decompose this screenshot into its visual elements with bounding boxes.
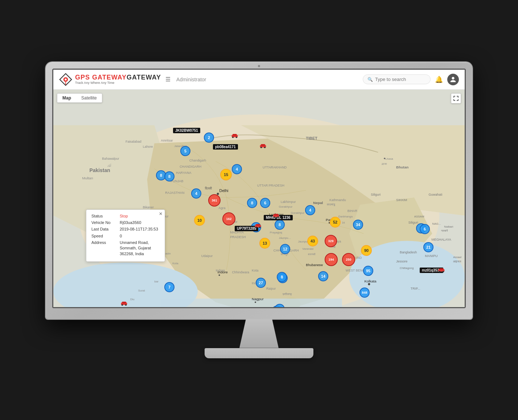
cluster-c16[interactable]: 12 <box>280 244 290 254</box>
monitor-stand-base <box>205 348 313 358</box>
monitor-stand-neck <box>237 319 281 348</box>
svg-rect-111 <box>233 134 237 136</box>
svg-text:ASSAM: ASSAM <box>414 215 424 218</box>
cluster-c33[interactable]: 21 <box>423 242 433 252</box>
svg-rect-123 <box>256 224 260 226</box>
map-container: Delhi दिल्ली Lucknow Patna Kolkata Indor… <box>53 90 465 307</box>
cluster-c30[interactable]: 848 <box>359 288 370 298</box>
svg-point-125 <box>259 227 260 228</box>
logo-gps: GPS GATEWAY <box>75 74 127 81</box>
map-background: Delhi दिल्ली Lucknow Patna Kolkata Indor… <box>53 90 465 307</box>
logo-icon <box>59 73 72 86</box>
svg-text:Lahore: Lahore <box>143 144 153 148</box>
svg-point-132 <box>122 304 123 306</box>
tab-map[interactable]: Map <box>57 94 76 102</box>
logo-gateway: GATEWAY <box>127 74 161 81</box>
admin-label: Administrator <box>176 77 206 82</box>
svg-rect-131 <box>122 302 126 303</box>
cluster-c25[interactable]: 14 <box>318 271 328 281</box>
cluster-c17[interactable]: 43 <box>307 236 318 246</box>
popup-address-row: Address Unnamed Road, Somnath, Gujarat 3… <box>91 240 160 257</box>
bell-icon[interactable]: 🔔 <box>435 76 443 83</box>
popup-speed-value: 0 <box>120 233 122 239</box>
svg-point-113 <box>236 136 237 138</box>
svg-text:SIKKIM: SIKKIM <box>396 198 407 201</box>
cluster-c7[interactable]: 361 <box>208 194 221 207</box>
tab-satellite[interactable]: Satellite <box>76 94 102 102</box>
cluster-c11[interactable]: 162 <box>222 212 235 225</box>
map-tabs: Map Satellite <box>57 93 102 103</box>
cluster-c19[interactable]: 52 <box>330 217 341 228</box>
fullscreen-button[interactable] <box>451 93 461 103</box>
svg-text:Bikaner: Bikaner <box>143 205 154 209</box>
svg-text:RAJASTHAN: RAJASTHAN <box>165 191 184 195</box>
svg-text:bar: bar <box>155 280 159 283</box>
svg-text:काठमांडू: काठमांडू <box>326 203 336 206</box>
cluster-c15[interactable]: 13 <box>259 238 270 249</box>
svg-text:Nalbari: Nalbari <box>444 225 453 228</box>
cluster-c10[interactable]: 4 <box>305 205 315 215</box>
svg-text:MANIPU: MANIPU <box>425 254 438 258</box>
cluster-c4[interactable]: 15 <box>220 169 232 180</box>
cluster-c40[interactable]: 27 <box>256 278 266 288</box>
cluster-c28[interactable]: 7 <box>164 282 174 292</box>
cluster-c6[interactable]: 4 <box>191 188 201 199</box>
svg-rect-115 <box>261 144 265 146</box>
hamburger-icon[interactable]: ☰ <box>165 76 170 83</box>
popup-lastdata-value: 2019-08-11T17:35:53 <box>120 227 158 232</box>
monitor-wrapper: GPS GATEWAYGATEWAY Track Any Where Any T… <box>46 62 472 358</box>
cluster-c8[interactable]: 8 <box>247 198 257 208</box>
popup-close-button[interactable]: ✕ <box>159 211 163 216</box>
vehicle-label-label-jk02bw0751: JK02BW0751 <box>173 128 200 133</box>
popup-address-value: Unnamed Road, Somnath, Gujarat 362268, I… <box>120 240 160 257</box>
svg-text:Bahawalpur: Bahawalpur <box>102 156 119 160</box>
svg-text:आइजल: आइजल <box>453 260 461 263</box>
svg-point-129 <box>443 271 444 272</box>
cluster-c3[interactable]: 4 <box>232 164 242 174</box>
svg-text:BIHAR: BIHAR <box>348 209 358 212</box>
svg-text:Amritsar: Amritsar <box>161 138 173 142</box>
svg-text:Diu: Diu <box>130 298 135 301</box>
svg-point-18 <box>368 283 370 285</box>
cluster-c12[interactable]: 10 <box>194 215 205 226</box>
svg-text:Kota: Kota <box>252 268 258 272</box>
svg-text:Varanasi: Varanasi <box>302 247 313 250</box>
svg-point-117 <box>264 147 266 148</box>
cluster-c2[interactable]: 5 <box>180 146 190 156</box>
cluster-c23[interactable]: 90 <box>361 245 372 256</box>
svg-text:TIBET: TIBET <box>306 136 317 140</box>
popup-vehicle-value: Rj03ua3560 <box>120 220 141 225</box>
cluster-c41[interactable]: 8 <box>164 171 174 182</box>
svg-text:آباد: آباد <box>107 164 111 167</box>
cluster-c9[interactable]: 6 <box>260 198 270 208</box>
cluster-c21[interactable]: 194 <box>325 253 338 266</box>
svg-text:छत्तीसगढ़: छत्तीसगढ़ <box>282 292 292 295</box>
search-icon: 🔍 <box>367 77 373 82</box>
user-avatar[interactable] <box>447 74 459 85</box>
cluster-c20[interactable]: 34 <box>353 220 363 230</box>
svg-point-15 <box>217 193 219 195</box>
cluster-c35[interactable]: 6 <box>420 224 430 234</box>
popup-status-value: Stop <box>120 213 128 219</box>
svg-text:Delhi: Delhi <box>219 188 229 193</box>
svg-text:Guwahati: Guwahati <box>429 193 443 196</box>
cluster-c22[interactable]: 250 <box>342 253 355 266</box>
cluster-c24[interactable]: 95 <box>363 266 373 276</box>
svg-text:Pakistan: Pakistan <box>89 167 110 173</box>
svg-text:MEGHALAYA: MEGHALAYA <box>431 238 451 241</box>
svg-text:Siliguri: Siliguri <box>371 193 381 196</box>
cluster-c1[interactable]: 2 <box>204 132 214 143</box>
search-input[interactable] <box>375 77 426 82</box>
cluster-c18[interactable]: 329 <box>325 235 337 247</box>
svg-text:CHANDIGARH: CHANDIGARH <box>180 165 201 168</box>
svg-text:Nagpur: Nagpur <box>252 297 264 301</box>
svg-text:Nepal: Nepal <box>313 200 323 204</box>
svg-text:UTTARAKHAND: UTTARAKHAND <box>263 166 287 169</box>
svg-text:Siliguri: Siliguri <box>408 220 418 224</box>
svg-text:Kolkata: Kolkata <box>364 279 377 283</box>
cluster-c13[interactable]: 8 <box>275 220 285 230</box>
vehicle-popup: ✕ Status Stop Vehicle No Rj03ua3560 Last… <box>86 209 165 262</box>
svg-text:Faisalabad: Faisalabad <box>126 139 141 143</box>
vehicle-label-label-pb08ea4171: pb08ea4171 <box>213 144 238 150</box>
cluster-c27[interactable]: 8 <box>277 272 287 282</box>
